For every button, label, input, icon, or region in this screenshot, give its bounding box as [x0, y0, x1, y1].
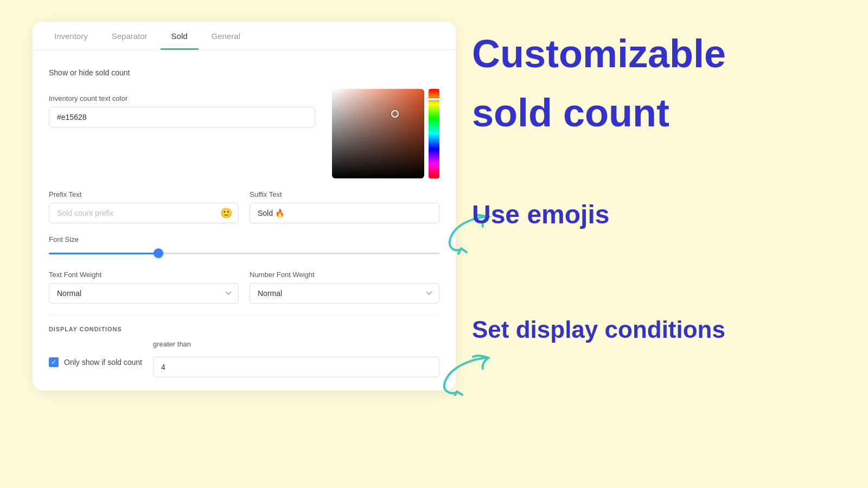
checkbox-group: ✓ Only show if sold count — [49, 340, 142, 367]
spectrum-cursor — [426, 98, 442, 100]
color-gradient[interactable] — [332, 89, 424, 178]
arrow-conditions-icon — [434, 352, 494, 396]
font-weight-row: Text Font Weight Normal Bold Light Numbe… — [49, 271, 439, 304]
font-size-label: Font Size — [49, 235, 439, 243]
color-input[interactable] — [49, 107, 316, 127]
condition-right: greater than — [153, 340, 439, 377]
color-spectrum[interactable] — [429, 89, 439, 178]
text-font-weight-label: Text Font Weight — [49, 271, 239, 279]
prefix-input[interactable] — [49, 203, 239, 223]
settings-panel: Inventory Separator Sold General Show or… — [33, 22, 456, 390]
conditions-title: DISPLAY CONDITIONS — [49, 326, 439, 332]
prefix-label: Prefix Text — [49, 190, 239, 198]
slider-fill — [49, 253, 158, 254]
color-picker[interactable] — [332, 89, 439, 178]
checkmark-icon: ✓ — [51, 359, 56, 365]
prefix-group: Prefix Text 🙂 — [49, 190, 239, 223]
only-show-checkbox[interactable]: ✓ — [49, 357, 59, 367]
suffix-input[interactable] — [250, 203, 439, 223]
font-size-section: Font Size — [49, 235, 439, 259]
color-left: Inventory count text color — [49, 94, 316, 127]
checkbox-label: Only show if sold count — [64, 358, 142, 367]
slider-thumb[interactable] — [154, 248, 163, 258]
condition-value-input[interactable] — [153, 357, 439, 377]
prefix-input-wrap: 🙂 — [49, 203, 239, 223]
main-heading-line2: sold count — [472, 92, 841, 134]
suffix-group: Suffix Text — [250, 190, 439, 223]
font-size-slider[interactable] — [49, 248, 439, 259]
show-hide-label: Show or hide sold count — [49, 68, 130, 77]
suffix-input-wrap — [250, 203, 439, 223]
prefix-suffix-row: Prefix Text 🙂 Suffix Text — [49, 190, 439, 223]
text-font-weight-select[interactable]: Normal Bold Light — [49, 283, 239, 304]
color-label: Inventory count text color — [49, 94, 316, 102]
tab-sold[interactable]: Sold — [161, 22, 199, 50]
suffix-label: Suffix Text — [250, 190, 439, 198]
number-font-weight-label: Number Font Weight — [250, 271, 439, 279]
tab-inventory[interactable]: Inventory — [43, 22, 99, 50]
set-display-heading: Set display conditions — [472, 316, 841, 343]
text-font-weight-group: Text Font Weight Normal Bold Light — [49, 271, 239, 304]
emoji-icon[interactable]: 🙂 — [220, 207, 232, 219]
panel-body: Show or hide sold count Inventory count … — [33, 50, 456, 390]
color-gradient-cursor — [391, 110, 399, 118]
number-font-weight-select[interactable]: Normal Bold Light — [250, 283, 439, 304]
tab-bar: Inventory Separator Sold General — [33, 22, 456, 50]
number-font-weight-group: Number Font Weight Normal Bold Light — [250, 271, 439, 304]
tab-separator[interactable]: Separator — [101, 22, 158, 50]
color-section: Inventory count text color — [49, 94, 439, 178]
use-emojis-heading: Use emojis — [472, 200, 841, 229]
show-hide-row: Show or hide sold count — [49, 63, 439, 82]
condition-label: greater than — [153, 340, 439, 348]
right-content: Customizable sold count Use emojis Set d… — [472, 33, 841, 343]
condition-row: ✓ Only show if sold count greater than — [49, 340, 439, 377]
main-heading-line1: Customizable — [472, 33, 841, 75]
tab-general[interactable]: General — [201, 22, 251, 50]
display-conditions: DISPLAY CONDITIONS ✓ Only show if sold c… — [49, 316, 439, 377]
